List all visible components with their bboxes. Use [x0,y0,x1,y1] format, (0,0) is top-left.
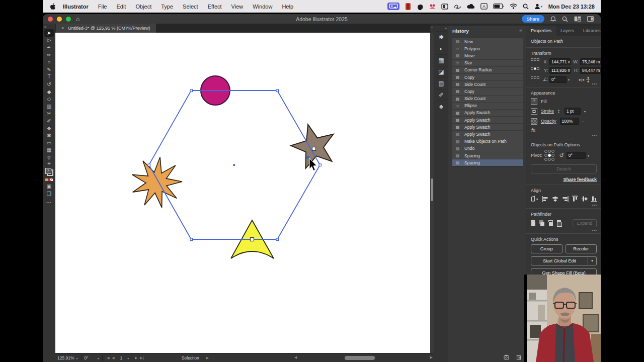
vertical-scroll-thumb[interactable] [431,178,433,201]
knife-tool[interactable]: ✂ [44,110,54,118]
history-row[interactable]: ☆ Star [452,60,523,67]
appearance-more-options[interactable]: ••• [592,134,597,137]
rotate-tool[interactable]: ↺ [44,80,54,88]
next-artboard-icon[interactable]: ▶ [135,356,138,360]
rotation-field[interactable]: 0° [549,76,567,83]
window-app-icon[interactable] [441,4,448,10]
history-row[interactable]: ○ Ellipse [452,103,523,110]
brushes-panel-icon[interactable]: ✐ [436,89,447,101]
align-more-options[interactable]: ••• [592,203,597,207]
star-pivot-anchor[interactable] [312,147,316,151]
first-artboard-icon[interactable]: |◀ [106,356,110,360]
blend-tool[interactable]: ❖ [44,125,54,132]
triangle-pivot-anchor[interactable] [251,238,254,241]
stroke-label[interactable]: Stroke [541,109,554,114]
direct-selection-tool[interactable]: ▷ [44,37,54,44]
align-vertical-center-icon[interactable] [582,196,588,202]
gradient-panel-icon[interactable]: ▤ [436,77,447,89]
align-top-icon[interactable] [572,196,578,202]
battery-icon[interactable] [493,4,504,9]
menu-edit[interactable]: Edit [116,4,126,10]
fill-stroke-indicator[interactable]: ? [45,168,53,176]
pathfinder-exclude-icon[interactable] [557,220,562,227]
scroll-left-arrow[interactable]: ◀ [294,355,297,359]
reference-point-selector[interactable] [531,58,539,84]
tab-layers[interactable]: Layers [556,26,579,36]
history-row[interactable]: ▤ Spacing [452,152,523,159]
rotation-value[interactable]: 0° [85,355,89,360]
reset-pivot-icon[interactable]: ↺ [559,152,564,159]
pivot-point-selector[interactable] [544,150,554,161]
delete-state-icon[interactable] [516,354,521,360]
pathfinder-minus-front-icon[interactable] [539,220,544,227]
history-row[interactable]: ▤ Side Count [452,81,523,88]
spotlight-icon[interactable] [523,4,529,10]
history-row[interactable]: ▤ New [452,38,523,45]
color-panel-icon[interactable]: ◐ [436,43,447,54]
edit-toolbar-icon[interactable]: ✚ [47,161,51,166]
ellipse-tool[interactable]: ○ [44,58,54,66]
cloud-icon[interactable] [467,4,475,9]
menu-illustrator[interactable]: Illustrator [63,4,89,10]
screen-mirroring-icon[interactable] [387,3,399,10]
history-row[interactable]: ▤ Side Count [452,96,523,103]
history-panel-title[interactable]: History [452,28,469,34]
last-artboard-icon[interactable]: ▶| [140,356,144,360]
menu-type[interactable]: Type [161,4,173,10]
status-expand-icon[interactable]: ▶ [206,356,209,360]
stroke-weight-field[interactable]: 1 pt [565,108,581,115]
pivot-angle-field[interactable]: 0° [567,152,586,159]
workspace-switcher-icon[interactable] [587,16,594,22]
menu-select[interactable]: Select [183,4,198,10]
flip-vertical-icon[interactable]: ▸|◂ [586,77,591,82]
detach-button[interactable]: Detach [531,164,597,173]
menu-help[interactable]: Help [282,4,293,10]
share-feedback-link[interactable]: Share feedback [531,177,597,182]
swatches-panel-icon[interactable]: ▦ [436,54,447,66]
zoom-tool[interactable]: ⚲ [44,154,54,161]
history-row[interactable]: ○ Polygon [452,45,523,52]
selection-tool[interactable]: ➤ [44,29,54,37]
history-row[interactable]: ▤ Undo [452,145,523,152]
horizontal-scroll-thumb[interactable] [345,356,375,360]
menu-object[interactable]: Object [135,4,151,10]
gradient-tool[interactable]: ▥ [44,103,54,110]
shape-panel-icon[interactable]: ◪ [436,66,447,77]
menu-view[interactable]: View [231,4,244,10]
pathfinder-intersect-icon[interactable] [548,220,553,227]
opacity-expand-icon[interactable]: › [583,120,584,123]
symbols-panel-icon[interactable]: ♣ [436,101,447,112]
history-row[interactable]: ▤ Move [452,52,523,59]
align-bottom-icon[interactable] [591,196,597,202]
stroke-weight-stepper[interactable]: ▲▼ [557,109,560,113]
shaper-tool[interactable]: ◆ [44,88,54,96]
history-panel-menu-icon[interactable]: ≡ [519,28,522,34]
history-row[interactable]: ▤ Copy [452,88,523,95]
rotation-dropdown-icon[interactable]: ▾ [568,78,570,81]
notifications-bell-icon[interactable] [550,16,556,22]
badge-app-icon[interactable] [429,3,436,10]
stroke-swatch[interactable] [531,108,537,115]
vertical-scrollbar[interactable] [430,33,434,353]
history-row[interactable]: ▤ Apply Swatch [452,131,523,138]
swatch-none[interactable] [50,178,53,181]
artboard-dropdown-icon[interactable]: ▾ [127,356,129,360]
input-source-icon[interactable]: A [480,3,488,10]
share-button[interactable]: Share [522,15,544,23]
screen-mode-icon[interactable]: ❐ [44,190,54,198]
close-tab-icon[interactable]: × [61,26,64,31]
paintbrush-tool[interactable]: ✎ [44,66,54,73]
height-field[interactable]: 84,447 m [580,67,601,74]
pathfinder-more-options[interactable]: ••• [592,228,597,232]
tab-libraries[interactable]: Libraries [579,26,601,36]
new-snapshot-icon[interactable] [504,354,509,360]
zoom-dropdown-icon[interactable]: ▾ [76,356,78,360]
wifi-icon[interactable] [510,4,517,9]
elephant-app-icon[interactable] [417,3,424,10]
symbol-sprayer-tool[interactable]: ✽ [44,132,54,139]
scribble-app-icon[interactable] [454,4,461,10]
pen-tool[interactable]: ✒ [44,44,54,51]
apple-menu-icon[interactable] [50,3,56,10]
align-left-icon[interactable] [542,196,548,202]
rotation-dropdown-icon[interactable]: ▾ [98,356,99,360]
